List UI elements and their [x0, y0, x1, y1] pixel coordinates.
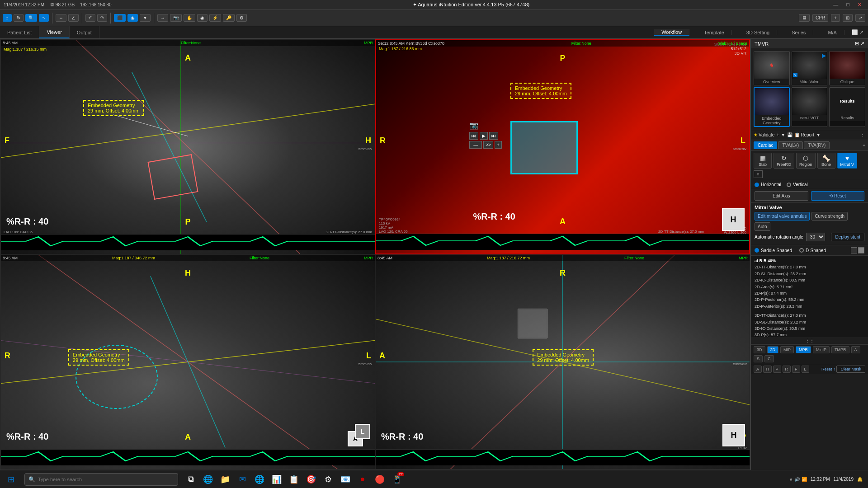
toolbar-home-btn[interactable]: ⌂ — [3, 14, 12, 22]
toolbar-redo-btn[interactable]: ↷ — [97, 14, 107, 22]
mode-mitral-v[interactable]: ♥ Mitral V — [837, 153, 858, 169]
tb-apps2[interactable]: 📋 — [286, 470, 302, 488]
tray-arrow[interactable]: ∧ — [789, 477, 793, 482]
toolbar-lightning-btn[interactable]: ⚡ — [209, 14, 221, 22]
start-button[interactable]: ⊞ — [0, 470, 22, 488]
horizontal-radio[interactable]: Horizontal — [755, 182, 781, 187]
tab-template[interactable]: Template — [697, 30, 732, 35]
curve-strength-btn[interactable]: Curve strength — [811, 212, 848, 221]
mode-slab[interactable]: ▦ Slab — [754, 153, 772, 169]
deploy-stent-btn[interactable]: Deploy stent — [831, 233, 864, 241]
search-input[interactable] — [38, 477, 174, 482]
vp-tr-fwd2[interactable]: >> — [483, 141, 493, 149]
tab-series[interactable]: Series — [784, 30, 813, 35]
report-btn[interactable]: 📋 Report — [794, 132, 814, 137]
tb-mail[interactable]: ✉ — [234, 470, 250, 488]
d-shaped-radio[interactable]: D-Shaped — [799, 248, 826, 253]
mode-freero[interactable]: ↻ FreeRO — [774, 153, 794, 169]
add-btn[interactable]: + — [776, 132, 779, 137]
clear-mask-btn[interactable]: Clear Mask — [836, 366, 865, 373]
toolbar-export-btn[interactable]: ↗ — [855, 14, 865, 22]
win-min-btn[interactable]: — — [830, 2, 841, 8]
vertical-radio[interactable]: Vertical — [787, 182, 808, 187]
tb-task-view[interactable]: ⧉ — [183, 470, 199, 488]
toolbar-monitor-btn[interactable]: 🖥 — [799, 14, 810, 22]
toolbar-grid-btn[interactable]: ⊞ — [843, 14, 853, 22]
tab-workflow[interactable]: Workflow — [654, 29, 689, 36]
reset-link[interactable]: Reset ↑ — [821, 366, 835, 373]
more-modes-btn[interactable]: » — [754, 170, 763, 178]
toolbar-undo-btn[interactable]: ↶ — [85, 14, 95, 22]
bm-a[interactable]: A — [851, 346, 860, 353]
bm-c[interactable]: C — [764, 355, 774, 362]
tb-ie[interactable]: 🌐 — [251, 470, 268, 488]
viewport-bottom-right[interactable]: 8:45 AM Mag:1.187 / 216.72 mm Filter:Non… — [375, 254, 750, 469]
vp-tr-play-fwd[interactable]: ⏭ — [489, 132, 498, 140]
bm-tmpr[interactable]: TMPR — [831, 346, 849, 353]
toolbar-measure-btn[interactable]: ↔ — [56, 14, 66, 22]
toolbar-arrow-btn[interactable]: → — [157, 14, 168, 22]
wf-thumb-results[interactable]: Results Results — [829, 87, 865, 127]
vp-tr-play[interactable]: ▶ — [480, 132, 488, 140]
validate-btn[interactable]: ★ Validate — [754, 132, 774, 137]
tb-apps4[interactable]: ⚙ — [320, 470, 336, 488]
swatch-dark[interactable] — [851, 247, 857, 253]
wf-thumb-neolvot[interactable]: neo-LVOT — [792, 87, 828, 127]
tb-apps7[interactable]: 🔴 — [372, 470, 388, 488]
letter-btn-l[interactable]: L — [802, 366, 809, 373]
bm-mip[interactable]: MIP — [780, 346, 794, 353]
toolbar-settings-btn[interactable]: ⚙ — [236, 14, 247, 22]
toolbar-plus-btn[interactable]: + — [831, 14, 840, 22]
tab-viewer[interactable]: Viewer — [39, 26, 69, 38]
tb-apps1[interactable]: 📊 — [269, 470, 285, 488]
workflow-expand[interactable]: ⊞ ↗ — [855, 41, 864, 47]
expand-arrows[interactable]: ⋮ — [860, 132, 865, 138]
toolbar-wl-btn[interactable]: ▼ — [140, 14, 151, 22]
letter-btn-a[interactable]: A — [754, 366, 762, 373]
dropdown-validate[interactable]: ▼ — [781, 132, 785, 137]
wf-thumb-embedded[interactable]: Embedded Geometry — [754, 87, 790, 127]
vp-tr-minus[interactable]: — — [469, 141, 482, 149]
rotation-select[interactable]: 30 15 45 60 — [806, 233, 825, 241]
tb-apps5[interactable]: 📧 — [337, 470, 354, 488]
tb-apps6[interactable]: ● — [354, 470, 371, 488]
tb-notification-badge[interactable]: 22 📱 — [389, 470, 405, 488]
tab-ma[interactable]: M/A — [821, 30, 844, 35]
letter-btn-r[interactable]: R — [783, 366, 791, 373]
toolbar-layout-btn[interactable]: ⬛ — [114, 14, 126, 22]
tray-volume[interactable]: 🔊 — [794, 477, 800, 482]
swatch-mid[interactable] — [858, 247, 864, 253]
cardiac-more-btn[interactable]: + — [863, 143, 865, 148]
letter-btn-f[interactable]: F — [792, 366, 800, 373]
toolbar-angle-btn[interactable]: ∠ — [68, 14, 79, 22]
viewport-top-left[interactable]: 8:45 AM Filter:None MPR Mag:1.187 / 216.… — [0, 39, 375, 254]
toolbar-cpr-btn[interactable]: CPR — [812, 14, 828, 22]
notification-bell[interactable]: 🔔 — [857, 477, 863, 482]
bm-minip[interactable]: MinIP — [813, 346, 830, 353]
letter-btn-p[interactable]: P — [773, 366, 781, 373]
toolbar-rotate-btn[interactable]: ↻ — [14, 14, 24, 22]
vp-tr-play-back[interactable]: ⏮ — [469, 132, 478, 140]
bm-mpr[interactable]: MPR — [796, 346, 811, 353]
edit-annulus-btn[interactable]: Edit mitral valve annulus — [755, 212, 810, 221]
viewport-bottom-left[interactable]: 8:45 AM Mag:1.187 / 346.72 mm Filter:Non… — [0, 254, 375, 469]
bm-2d[interactable]: 2D — [767, 346, 779, 353]
mode-bone[interactable]: 🦴 Bone — [817, 153, 835, 169]
toolbar-key-btn[interactable]: 🔑 — [223, 14, 235, 22]
cardiac-tab-tvarv[interactable]: TVA(RV) — [804, 141, 830, 149]
toolbar-circle-btn[interactable]: ◉ — [127, 14, 138, 22]
edit-axis-btn[interactable]: Edit Axis — [755, 191, 808, 201]
toolbar-camera-btn[interactable]: 📷 — [170, 14, 182, 22]
window-controls[interactable]: — □ ✕ — [830, 2, 864, 8]
bm-s[interactable]: S — [754, 355, 763, 362]
win-close-btn[interactable]: ✕ — [855, 2, 864, 8]
expand-down-icon[interactable]: ⋮⋮ — [805, 338, 814, 343]
tab-output[interactable]: Output — [70, 26, 99, 38]
wf-thumb-oblique[interactable]: Oblique — [829, 51, 865, 85]
toolbar-zoom-btn[interactable]: 🔍 — [25, 14, 37, 22]
tb-explorer[interactable]: 📁 — [217, 470, 233, 488]
tab-3d-setting[interactable]: 3D Setting — [739, 30, 777, 35]
vp-tr-plus[interactable]: + — [495, 141, 502, 149]
letter-btn-h[interactable]: H — [763, 366, 772, 373]
cardiac-tab-tvalv[interactable]: TVA(LV) — [778, 141, 803, 149]
